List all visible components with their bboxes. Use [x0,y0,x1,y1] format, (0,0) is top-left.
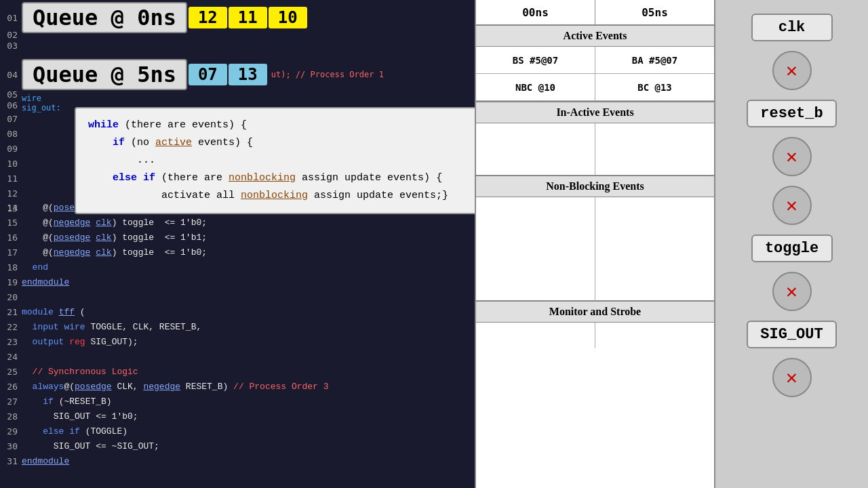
sig-out-x-circle: ✕ [772,358,812,397]
nb-col-8 [595,274,714,300]
monitor-col-2 [595,323,714,348]
line-num-06: 06 [0,100,22,110]
queue-badge-10: 10 [269,7,307,28]
time-00ns: 00ns [476,0,595,24]
nb-empty-row-2 [476,223,714,249]
monitor-strobe-section: Monitor and Strobe [476,302,714,348]
reset-x-circle: ✕ [772,137,812,176]
inactive-empty-row [476,123,714,149]
monitor-empty-row [476,323,714,348]
main-container: 01 Queue @ 0ns 12 11 10 02 03 wire sig_o… [0,0,868,488]
nb-col-4 [595,223,714,249]
line-num-04: 04 [0,70,22,80]
queue-badge-12: 12 [189,7,227,28]
inactive-events-section: In-Active Events [476,102,714,176]
popup-line-5: activate all nonblocking assign update e… [88,187,475,205]
toggle-x-mark: ✕ [786,282,797,301]
event-panel: 00ns 05ns Active Events BS #5@07 BA #5@0… [475,0,715,488]
code-lines-area: 14 @(posedge clk) toggle <= 1'b1; 15 @(n… [0,201,475,469]
queue-badge-07: 07 [189,64,227,85]
active-col-bs: BS #5@07 [476,47,595,73]
code-panel: 01 Queue @ 0ns 12 11 10 02 03 wire sig_o… [0,0,475,488]
signal-panel: clk ✕ reset_b ✕ ✕ toggle ✕ SIG_OUT ✕ [715,0,868,488]
line-num-03: 03 [0,41,22,51]
inactive-col-2 [595,123,714,149]
inactive-col-1 [476,123,595,149]
monitor-strobe-header: Monitor and Strobe [476,302,714,323]
nb-col-7 [476,274,595,300]
nb-empty-row-4 [476,274,714,300]
reset-b-signal-box: reset_b [747,100,836,127]
toggle-pre-x-circle: ✕ [772,186,812,225]
overlay-popup: while (there are events) { if (no active… [75,107,475,214]
toggle-pre-x-mark: ✕ [786,196,797,215]
nb-col-3 [476,223,595,249]
active-col-ba: BA #5@07 [595,47,714,73]
sig-out-x-mark: ✕ [786,368,797,387]
nonblocking-events-section: Non-Blocking Events [476,176,714,302]
time-header: 00ns 05ns [476,0,714,26]
clk-x-mark: ✕ [786,61,797,80]
wire-sig-out: wire sig_out: [22,94,61,113]
toggle-signal-box: toggle [751,235,833,262]
active-col-nbc: NBC @10 [476,74,595,100]
nb-col-5 [476,249,595,274]
inactive-events-header: In-Active Events [476,102,714,123]
queue-0ns-label: Queue @ 0ns [22,2,187,33]
reset-x-mark: ✕ [786,147,797,166]
line-num-02: 02 [0,30,22,40]
nb-col-2 [595,197,714,223]
queue-5ns-label: Queue @ 5ns [22,59,187,90]
inactive-col-3 [476,149,595,175]
active-events-header: Active Events [476,26,714,47]
clk-x-circle: ✕ [772,51,812,90]
nb-empty-row-3 [476,249,714,274]
sig-out-signal-box: SIG_OUT [747,321,836,348]
toggle-x-circle: ✕ [772,272,812,311]
active-row-2: NBC @10 BC @13 [476,74,714,101]
queue-badge-13: 13 [229,64,267,85]
nb-empty-row-1 [476,197,714,223]
monitor-col-1 [476,323,595,348]
nb-col-1 [476,197,595,223]
popup-line-3: ... [88,152,475,169]
nb-col-6 [595,249,714,274]
queue-badge-11: 11 [229,7,267,28]
popup-line-4: else if (there are nonblocking assign up… [88,169,475,187]
clk-signal-box: clk [751,14,833,41]
nonblocking-events-header: Non-Blocking Events [476,176,714,197]
active-col-bc: BC @13 [595,74,714,100]
active-row-1: BS #5@07 BA #5@07 [476,47,714,74]
popup-line-2: if (no active events) { [88,134,475,152]
time-05ns: 05ns [595,0,714,24]
line-num-05: 05 [0,89,22,100]
line-num-01: 01 [0,13,22,23]
inactive-col-4 [595,149,714,175]
inactive-empty-row-2 [476,149,714,175]
popup-line-1: while (there are events) { [88,117,475,134]
active-events-section: Active Events BS #5@07 BA #5@07 NBC @10 … [476,26,714,102]
